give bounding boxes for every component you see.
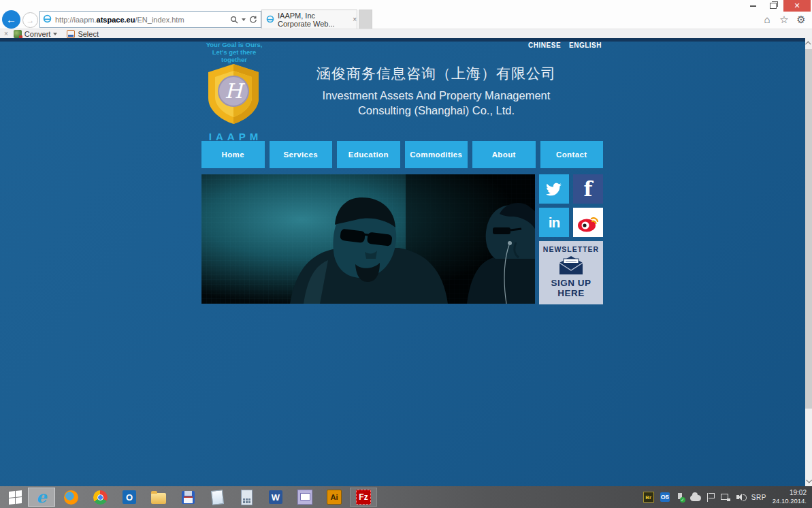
nav-about[interactable]: About [472, 141, 536, 168]
convert-icon [14, 30, 22, 38]
o5-tray-icon[interactable]: O5 [660, 492, 670, 502]
firefox-icon [64, 490, 78, 505]
nav-contact[interactable]: Contact [540, 141, 604, 168]
nav-services[interactable]: Services [270, 141, 333, 168]
folder-icon [151, 493, 166, 504]
onedrive-cloud-icon[interactable] [690, 495, 701, 501]
twitter-icon [545, 180, 564, 199]
filezilla-icon: Fz [356, 490, 371, 505]
desktop-screen: ✕ ← → http://iaapm.atspace.eu/EN_index.h… [0, 0, 812, 508]
scrollbar-thumb[interactable] [805, 49, 812, 409]
select-icon [67, 30, 75, 38]
linkedin-icon: in [549, 215, 560, 231]
site-tagline: Your Goal is Ours, Let's get there toget… [201, 42, 267, 64]
system-tray: Br O5 ✓ SRP 19:02 24.10.2014. [643, 489, 812, 505]
bridge-tray-icon[interactable]: Br [643, 492, 654, 503]
nav-commodities[interactable]: Commodities [405, 141, 468, 168]
tab-title: IAAPM, Inc Corporate Web... [278, 12, 348, 28]
back-icon: ← [6, 14, 16, 25]
taskbar-notepad[interactable] [204, 488, 231, 507]
weibo-button[interactable] [573, 208, 603, 237]
network-icon[interactable] [721, 493, 730, 501]
settings-gear-icon[interactable]: ⚙ [796, 14, 807, 26]
forward-icon: → [27, 16, 35, 25]
illustrator-icon: Ai [327, 490, 342, 505]
taskbar-floppy-app[interactable] [174, 488, 201, 507]
newsletter-signup[interactable]: NEWSLETTER SIGN UP HERE [539, 241, 603, 304]
taskbar-firefox[interactable] [57, 488, 84, 507]
calculator-icon [241, 490, 253, 505]
windows-taskbar: e O W Ai Fz Br O5 ✓ SRP 19:02 24.10.2014… [0, 486, 812, 508]
lang-link-english[interactable]: ENGLISH [569, 42, 602, 49]
safely-remove-hardware-icon[interactable]: ✓ [676, 493, 684, 502]
vertical-scrollbar[interactable] [805, 38, 812, 486]
taskbar-word[interactable]: W [262, 488, 289, 507]
volume-icon[interactable] [736, 493, 745, 501]
back-button[interactable]: ← [2, 10, 20, 29]
new-tab-button[interactable] [359, 10, 372, 29]
forward-button[interactable]: → [22, 12, 38, 28]
refresh-icon[interactable] [249, 16, 257, 24]
nav-home[interactable]: Home [201, 141, 265, 168]
taskbar-filezilla[interactable]: Fz [350, 488, 377, 507]
url-text: http://iaapm.atspace.eu/EN_index.htm [55, 16, 184, 24]
svg-text:H: H [225, 79, 245, 103]
browser-chrome: ✕ ← → http://iaapm.atspace.eu/EN_index.h… [0, 0, 812, 38]
facebook-button[interactable]: f [573, 174, 603, 204]
taskbar-image-viewer[interactable] [291, 488, 319, 507]
linkedin-button[interactable]: in [539, 208, 569, 237]
scroll-up-icon[interactable] [805, 38, 812, 49]
weibo-icon [576, 212, 600, 233]
lang-link-chinese[interactable]: CHINESE [528, 42, 561, 49]
newsletter-cta: SIGN UP HERE [539, 279, 603, 298]
taskbar-internet-explorer[interactable]: e [28, 488, 55, 507]
convert-dropdown-icon[interactable] [53, 33, 57, 35]
floppy-disk-icon [182, 491, 195, 504]
taskbar-calculator[interactable] [233, 488, 260, 507]
notepad-icon [210, 490, 223, 505]
autocomplete-dropdown-icon[interactable] [242, 18, 246, 21]
tray-time: 19:02 [773, 489, 807, 498]
word-icon: W [269, 490, 282, 504]
tab-close-icon[interactable]: × [353, 16, 357, 23]
toolbar-close-icon[interactable]: × [4, 30, 8, 37]
twitter-button[interactable] [539, 174, 569, 204]
taskbar-chrome[interactable] [86, 488, 114, 507]
navigation-row: ← → http://iaapm.atspace.eu/EN_index.htm… [0, 10, 812, 29]
browser-tab[interactable]: IAAPM, Inc Corporate Web... × [261, 10, 357, 29]
outlook-icon: O [123, 490, 136, 504]
hero-image [201, 174, 535, 304]
main-navigation: Home Services Education Commodities Abou… [201, 141, 603, 168]
taskbar-illustrator[interactable]: Ai [321, 488, 348, 507]
convert-button[interactable]: Convert [25, 30, 51, 38]
site-logo[interactable]: H IAAPM [204, 63, 263, 142]
taskbar-outlook[interactable]: O [116, 488, 143, 507]
language-indicator[interactable]: SRP [751, 494, 766, 501]
ie-favicon [43, 14, 52, 25]
envelope-icon [559, 255, 583, 275]
internet-explorer-icon: e [34, 490, 49, 505]
image-viewer-icon [297, 490, 312, 505]
page-viewport: Your Goal is Ours, Let's get there toget… [0, 38, 805, 486]
home-icon[interactable]: ⌂ [762, 14, 773, 26]
windows-logo-icon [9, 490, 22, 505]
tray-date: 24.10.2014. [773, 497, 807, 505]
favorites-star-icon[interactable]: ☆ [779, 14, 790, 26]
scroll-down-icon[interactable] [805, 475, 812, 486]
company-name-english: Investment Assets And Property Managemen… [270, 89, 603, 118]
ie-favicon [266, 15, 274, 25]
nav-education[interactable]: Education [337, 141, 400, 168]
select-button[interactable]: Select [78, 30, 99, 38]
taskbar-file-explorer[interactable] [145, 488, 172, 507]
search-icon[interactable] [230, 16, 238, 24]
taskbar-clock[interactable]: 19:02 24.10.2014. [773, 489, 807, 505]
start-button[interactable] [6, 488, 24, 506]
facebook-icon: f [584, 177, 593, 201]
newsletter-title: NEWSLETTER [539, 245, 603, 253]
chrome-icon [93, 490, 108, 505]
shield-logo-icon: H [206, 63, 261, 125]
action-center-flag-icon[interactable] [707, 493, 715, 502]
top-navy-strip [0, 38, 805, 42]
company-name-chinese: 涵俊商务信息咨询（上海）有限公司 [270, 64, 603, 83]
address-bar[interactable]: http://iaapm.atspace.eu/EN_index.htm [39, 11, 261, 28]
